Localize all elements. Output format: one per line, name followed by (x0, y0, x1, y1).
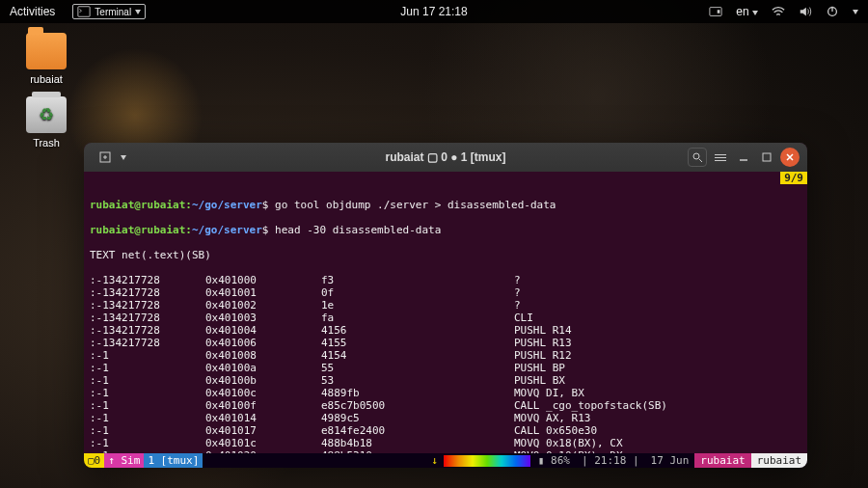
svg-point-6 (693, 153, 699, 159)
desktop-icon-label: Trash (21, 137, 71, 149)
desktop-folder[interactable]: rubaiat (21, 33, 71, 85)
disassembly-row: :-134217728 0x401000f3? (90, 274, 801, 286)
clock[interactable]: Jun 17 21:18 (400, 5, 467, 18)
tmux-window-active[interactable]: 1 [tmux] (144, 453, 203, 468)
tmux-status-bar: ▢0 ↑ Sim 1 [tmux] ↓ ▮ 86% | 21:18 | 17 J… (84, 453, 807, 468)
power-icon[interactable] (826, 5, 839, 18)
svg-line-7 (699, 159, 702, 162)
tmux-indicator: ↓ (427, 454, 442, 467)
disassembly-row: :-134217728 0x4010044156PUSHL R14 (90, 324, 801, 337)
disassembly-row: :-1 0x40100b53PUSHL BX (90, 374, 801, 387)
screenshot-icon[interactable] (709, 5, 722, 18)
tmux-gauge (444, 455, 530, 467)
current-app[interactable]: Terminal (72, 4, 146, 19)
tmux-host: rubaiat (694, 453, 750, 468)
output-header: TEXT net(.text)(SB) (90, 249, 801, 261)
tmux-percentage: ▮ 86% (532, 454, 576, 467)
chevron-down-icon (135, 10, 141, 14)
language-indicator[interactable]: en (736, 5, 758, 18)
search-button[interactable] (688, 148, 707, 167)
close-button[interactable] (780, 148, 800, 167)
chevron-down-icon (853, 10, 858, 14)
svg-rect-0 (78, 7, 90, 17)
desktop-trash[interactable]: ♻ Trash (21, 96, 71, 149)
tmux-time: | 21:18 | (576, 454, 645, 467)
disassembly-row: :-1 0x401017e814fe2400CALL 0x650e30 (90, 424, 801, 437)
terminal-window: rubaiat ▢ 0 ● 1 [tmux] 9/9 rubaiat@rubai… (84, 143, 807, 468)
tmux-window[interactable]: ↑ Sim (104, 453, 144, 468)
volume-icon[interactable] (799, 5, 812, 18)
new-tab-button[interactable] (95, 148, 115, 167)
prompt-path: ~/go/server (192, 199, 262, 211)
folder-icon (26, 33, 67, 69)
disassembly-row: :-134217728 0x4010010f? (90, 286, 801, 299)
top-panel: Activities Terminal Jun 17 21:18 en (0, 0, 868, 23)
prompt-user: rubaiat@rubaiat (90, 199, 185, 211)
window-title: rubaiat ▢ 0 ● 1 [tmux] (386, 150, 506, 164)
disassembly-row: :-134217728 0x401003faCLI (90, 312, 801, 324)
disassembly-row: :-1 0x401020488b5310MOVQ 0x10(BX), DX (90, 449, 801, 453)
search-match-badge: 9/9 (780, 172, 807, 184)
maximize-button[interactable] (757, 148, 776, 167)
window-titlebar[interactable]: rubaiat ▢ 0 ● 1 [tmux] (84, 143, 807, 172)
disassembly-row: :-1 0x40100c4889fbMOVQ DI, BX (90, 387, 801, 399)
disassembly-row: :-1 0x40100a55PUSHL BP (90, 362, 801, 374)
command-line: go tool objdump ./server > disassembled-… (275, 199, 556, 211)
tmux-host: rubaiat (751, 453, 807, 468)
tmux-session[interactable]: ▢0 (84, 453, 104, 468)
disassembly-row: :-1 0x40101c488b4b18MOVQ 0x18(BX), CX (90, 437, 801, 449)
desktop-icon-label: rubaiat (21, 73, 71, 85)
disassembly-row: :-134217728 0x4010021e? (90, 299, 801, 312)
disassembly-row: :-134217728 0x4010064155PUSHL R13 (90, 337, 801, 349)
wifi-icon[interactable] (772, 5, 785, 18)
disassembly-row: :-1 0x4010084154PUSHL R12 (90, 349, 801, 362)
svg-rect-2 (718, 10, 720, 14)
command-line: head -30 disassembled-data (275, 224, 441, 236)
menu-button[interactable] (711, 148, 730, 167)
disassembly-row: :-1 0x40100fe85c7b0500CALL _cgo_topofsta… (90, 399, 801, 412)
chevron-down-icon[interactable] (121, 155, 126, 160)
activities-button[interactable]: Activities (10, 5, 55, 18)
disassembly-row: :-1 0x4010144989c5MOVQ AX, R13 (90, 412, 801, 424)
tmux-date: 17 Jun (645, 454, 695, 467)
minimize-button[interactable] (734, 148, 753, 167)
trash-icon: ♻ (26, 96, 67, 133)
terminal-output[interactable]: 9/9 rubaiat@rubaiat:~/go/server$ go tool… (84, 172, 807, 453)
svg-rect-9 (763, 153, 771, 161)
